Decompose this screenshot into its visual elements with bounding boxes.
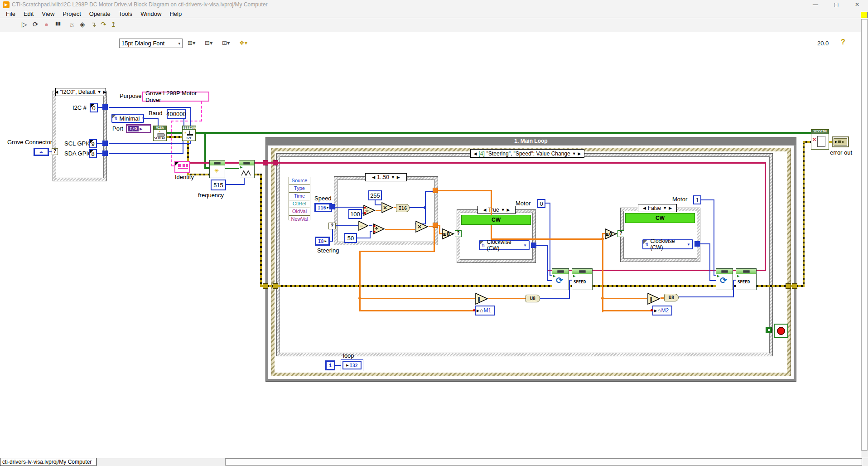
highlight-execution-icon[interactable]: ☼ — [69, 20, 75, 28]
menu-project[interactable]: Project — [58, 10, 85, 17]
scl-gpio-constant[interactable]: 9 — [89, 139, 97, 148]
asterisk-icon: ✳ — [159, 129, 161, 133]
context-help-icon[interactable]: ? — [841, 38, 845, 46]
set-direction-invoke-node[interactable]: ▶ ⟳ — [552, 268, 569, 290]
menu-file[interactable]: File — [2, 10, 19, 17]
constant-50[interactable]: 50 — [344, 233, 357, 243]
speed-invoke-node[interactable]: ▶ SPEED — [572, 268, 593, 290]
minimize-button[interactable]: — — [805, 0, 825, 9]
menu-help[interactable]: Help — [165, 10, 186, 17]
align-objects-button[interactable]: ⊞▾ — [188, 39, 195, 46]
abort-icon[interactable]: ● — [44, 20, 48, 28]
visa-configure-serial-node[interactable]: VISA ✳ SERIAL — [153, 126, 167, 141]
steering-terminal[interactable]: I8▶ — [315, 237, 330, 246]
absolute-value-node[interactable]: ‖ — [475, 292, 488, 306]
sda-gpio-constant[interactable]: 8 — [89, 149, 97, 158]
run-continuous-icon[interactable]: ⟳ — [33, 20, 39, 29]
tunnel — [786, 283, 791, 289]
frequency-constant[interactable]: 515 — [211, 180, 226, 190]
wire — [204, 133, 206, 169]
menu-view[interactable]: View — [38, 10, 58, 17]
step-out-icon[interactable]: ↥ — [111, 20, 116, 29]
grove-connector-terminal[interactable]: ◂▸ — [34, 148, 49, 156]
set-direction-invoke-node[interactable]: ▶ ⟳ — [716, 268, 733, 290]
loop-indicator[interactable]: ▶ I32 — [341, 359, 363, 371]
motor1-case-selector[interactable]: ◀True▼▶ — [477, 206, 516, 214]
menu-tools[interactable]: Tools — [115, 10, 136, 17]
clockwise-enum-constant[interactable]: ⇅Clockwise (CW)▼ — [642, 239, 693, 249]
m2-global[interactable]: ▶⌂M2 — [652, 306, 672, 316]
event-data-node[interactable]: Source Type Time CtlRef OldVal NewVal — [289, 177, 310, 220]
font-selector[interactable]: 15pt Dialog Font▾ — [119, 39, 183, 48]
class-glyph-icon — [579, 270, 586, 273]
session-close-node[interactable]: SESSION ✕ — [811, 129, 829, 150]
wire — [359, 251, 361, 311]
wire — [385, 229, 415, 230]
retain-wire-values-icon[interactable]: ◈ — [80, 20, 85, 29]
wire-junction — [424, 206, 426, 209]
house-icon: ⌂ — [657, 307, 661, 314]
step-into-icon[interactable]: ↴ — [91, 20, 96, 29]
pause-icon[interactable]: ▮▮ — [55, 20, 61, 26]
wire — [336, 225, 358, 226]
stop-button-terminal[interactable] — [774, 324, 788, 338]
speed-invoke-node[interactable]: ▶ SPEED — [736, 268, 757, 290]
horizontal-scrollbar-thumb[interactable] — [225, 458, 862, 466]
menu-edit[interactable]: Edit — [19, 10, 38, 17]
port-io-constant[interactable]: I/O ▶ — [126, 124, 151, 133]
absolute-value-node[interactable]: ‖ — [647, 292, 661, 306]
resize-objects-button[interactable]: ⊡▾ — [222, 39, 230, 46]
i2c-num-constant[interactable]: 0 — [90, 103, 98, 112]
identity-property-node[interactable] — [174, 161, 190, 173]
to-u8-conversion[interactable]: U8 — [664, 294, 679, 301]
to-i16-conversion[interactable]: I16 — [396, 204, 410, 212]
wire — [260, 285, 794, 287]
divide-node[interactable]: ÷ — [372, 223, 385, 235]
menu-operate[interactable]: Operate — [85, 10, 115, 17]
loop-iteration-terminal[interactable]: i — [325, 360, 335, 370]
svg-text:≥0: ≥0 — [443, 232, 449, 237]
i2c-case-selector[interactable]: ◀"I2C0", Default▼▶ — [55, 88, 106, 96]
range-case-selector[interactable]: ◀1..50▼▶ — [365, 173, 407, 181]
divide-node[interactable]: ÷ — [363, 204, 376, 217]
constant-100[interactable]: 100 — [348, 209, 362, 219]
maximize-button[interactable]: ▢ — [826, 0, 846, 9]
menu-window[interactable]: Window — [136, 10, 165, 17]
clockwise-enum-constant[interactable]: ⇅Clockwise (CW)▼ — [479, 240, 530, 250]
wire — [190, 107, 191, 126]
svg-text:−: − — [359, 223, 363, 229]
reorder-objects-button[interactable]: ❖▾ — [239, 39, 247, 46]
motor-label: Motor — [672, 196, 687, 203]
class-glyph-icon — [214, 162, 221, 165]
step-over-icon[interactable]: ↷ — [101, 20, 106, 29]
tunnel — [273, 160, 278, 165]
close-button[interactable]: ✕ — [847, 0, 867, 9]
negate-node[interactable]: − — [358, 220, 369, 231]
constant-255[interactable]: 255 — [368, 190, 382, 200]
i2c-session-open-node[interactable]: SESSION ✳ I2C — [182, 126, 196, 141]
frequency-property-node[interactable]: ▶ — [239, 160, 255, 178]
error-out-indicator[interactable]: ▶ — [832, 136, 849, 147]
event-selector[interactable]: ◀ [4] "Steering", "Speed": Value Change … — [470, 149, 584, 158]
distribute-objects-button[interactable]: ⊟▾ — [205, 39, 212, 46]
wire — [201, 102, 202, 121]
execution-target-status[interactable]: cti-drivers-lv-visa.lvproj/My Computer — [0, 458, 96, 466]
m1-global[interactable]: ▶⌂M1 — [475, 306, 495, 316]
to-u8-conversion[interactable]: U8 — [526, 295, 540, 302]
baud-constant[interactable]: 400000 — [167, 109, 186, 119]
wire — [158, 118, 159, 126]
multiply-node[interactable]: × — [381, 201, 394, 214]
run-icon[interactable]: ▷ — [22, 20, 27, 29]
motor0-constant[interactable]: 0 — [537, 199, 545, 208]
purpose-string-constant[interactable]: Grove L298P Motor Driver — [142, 92, 209, 102]
vertical-scrollbar-thumb[interactable] — [861, 19, 868, 451]
session-open-property-node[interactable]: ✳ — [209, 160, 225, 178]
minimal-enum-constant[interactable]: ⇅Minimal▼ — [111, 114, 144, 123]
geq-zero-node[interactable]: ≥0 — [442, 228, 454, 240]
pane-splitter[interactable] — [861, 12, 868, 18]
motor2-case-selector[interactable]: ◀False▼▶ — [638, 204, 677, 212]
geq-zero-node[interactable]: ≥0 — [604, 228, 617, 240]
multiply-node[interactable]: × — [415, 220, 429, 233]
wire — [429, 226, 433, 227]
motor1-constant[interactable]: 1 — [693, 195, 701, 204]
